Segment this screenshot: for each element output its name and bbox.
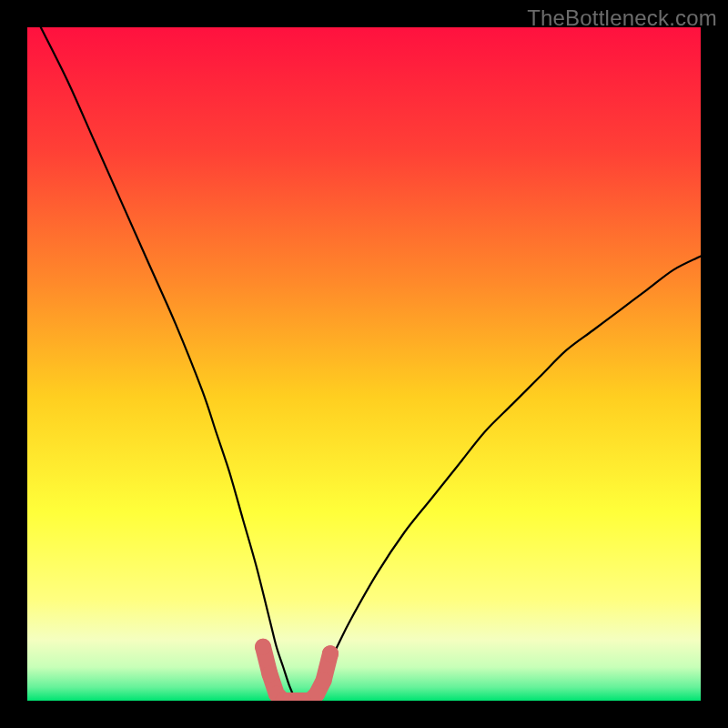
valley-markers [255, 639, 339, 701]
plot-area [27, 27, 701, 701]
valley-marker [322, 645, 339, 662]
bottleneck-curve [41, 27, 701, 701]
curve-layer [27, 27, 701, 701]
watermark-text: TheBottleneck.com [527, 5, 717, 31]
chart-frame: TheBottleneck.com [0, 0, 728, 728]
valley-marker [261, 665, 278, 682]
valley-marker [255, 639, 271, 655]
valley-marker [316, 672, 332, 689]
